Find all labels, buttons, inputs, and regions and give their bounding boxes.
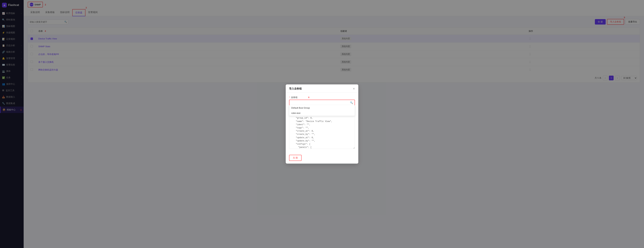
dropdown-option-default[interactable]: Default Busi Group <box>289 105 355 110</box>
modal-footer: 克 隆 <box>286 153 358 164</box>
clone-button[interactable]: 克 隆 <box>289 155 302 161</box>
business-group-label: * 业务组 6 <box>289 96 355 99</box>
modal-close-button[interactable]: ✕ <box>353 87 355 90</box>
business-group-dropdown: 🔍 Default Busi Group robin-test <box>289 100 355 105</box>
import-modal: 导入业务组 ✕ * 业务组 6 🔍 Default Busi Group rob… <box>286 84 358 164</box>
dropdown-search-icon: 🔍 <box>350 101 353 104</box>
dropdown-options: Default Busi Group robin-test <box>289 105 355 116</box>
annotation-6: 6 <box>308 96 309 99</box>
business-group-input[interactable] <box>290 100 354 105</box>
dropdown-option-robin[interactable]: robin-test <box>289 110 355 116</box>
modal-header: 导入业务组 ✕ <box>286 84 358 92</box>
modal-overlay[interactable]: 导入业务组 ✕ * 业务组 6 🔍 Default Busi Group rob… <box>0 0 644 248</box>
modal-body: * 业务组 6 🔍 Default Busi Group robin-test … <box>286 92 358 153</box>
modal-title: 导入业务组 <box>289 87 302 90</box>
